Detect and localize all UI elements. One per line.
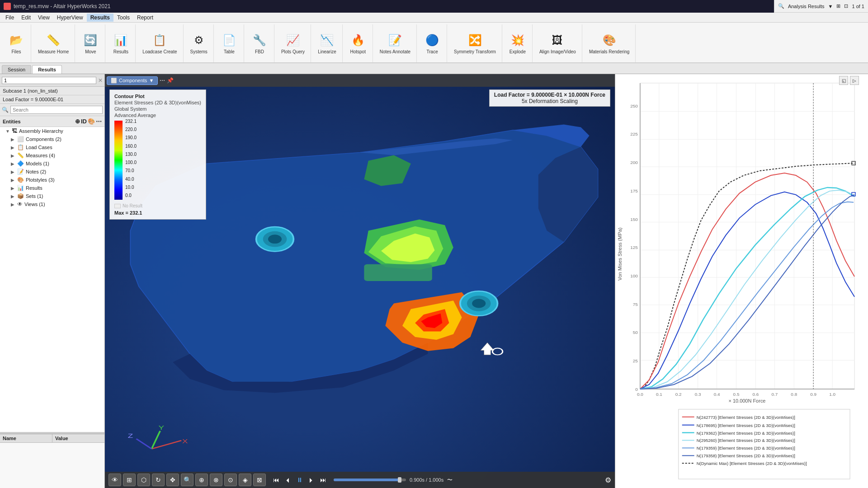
view-btn-8[interactable]: ⊗ <box>210 474 222 486</box>
tree-icon: 🏗 <box>12 128 17 134</box>
waveform-icon[interactable]: 〜 <box>447 476 453 484</box>
components-btn[interactable]: ⬜ Components ▼ <box>107 76 158 85</box>
tree-item-notes-(2)[interactable]: ▶📝Notes (2) <box>0 168 104 176</box>
ribbon-label-0: Systems <box>190 49 208 55</box>
view-btn-3[interactable]: ⬡ <box>137 474 150 486</box>
ribbon-btn-notes-annotate[interactable]: 📝Notes Annotate <box>377 31 413 56</box>
entities-action-2[interactable]: ID <box>81 118 87 125</box>
tree-item-results[interactable]: ▶📊Results <box>0 184 104 192</box>
vp-more-icon[interactable]: ⋯ <box>160 77 165 84</box>
view-btn-5[interactable]: ✥ <box>166 474 179 486</box>
settings-button[interactable]: ⚙ <box>605 476 611 484</box>
view-btn-2[interactable]: ⊞ <box>123 474 136 486</box>
analysis-dropdown-icon[interactable]: ▼ <box>828 4 833 9</box>
entities-action-4[interactable]: ⋯ <box>96 118 102 125</box>
components-dropdown-icon[interactable]: ▼ <box>149 78 154 83</box>
view-btn-11[interactable]: ⊠ <box>253 474 266 486</box>
ribbon-btn-files[interactable]: 📂Files <box>5 31 27 56</box>
properties-area: Name Value <box>0 434 104 488</box>
view-btn-6[interactable]: 🔍 <box>181 474 193 486</box>
ribbon-group-6: 📄Table <box>215 24 244 62</box>
view-icon-1[interactable]: ⊞ <box>836 3 840 9</box>
play-begin[interactable]: ⏮ <box>271 475 281 485</box>
menu-item-view[interactable]: View <box>34 14 53 22</box>
contour-method: Advanced Average <box>114 113 201 118</box>
chart-ctrl-2[interactable]: ▷ <box>850 76 859 85</box>
tree-label: Assembly Hierarchy <box>19 128 63 134</box>
tree-item-components-(2)[interactable]: ▶⬜Components (2) <box>0 135 104 143</box>
svg-text:1.0: 1.0 <box>829 392 835 397</box>
ribbon-btn-systems[interactable]: ⚙Systems <box>188 31 210 56</box>
tab-results[interactable]: Results <box>32 65 62 74</box>
menu-item-results[interactable]: Results <box>87 14 113 22</box>
view-btn-1[interactable]: 👁 <box>108 474 121 486</box>
components-label: Components <box>119 78 147 83</box>
ribbon-group-8: 📈Plots Query <box>275 24 311 62</box>
tree-item-views-(1)[interactable]: ▶👁Views (1) <box>0 200 104 208</box>
analysis-results-label: Analysis Results <box>788 4 825 9</box>
tree-item-load-cases[interactable]: ▶📋Load Cases <box>0 143 104 151</box>
view-btn-4[interactable]: ↻ <box>152 474 165 486</box>
ribbon-btn-table[interactable]: 📄Table <box>218 31 240 56</box>
tree-item-measures-(4)[interactable]: ▶📏Measures (4) <box>0 151 104 160</box>
play-next[interactable]: ⏵ <box>307 475 316 485</box>
entities-action-1[interactable]: ⊕ <box>75 118 80 125</box>
ribbon-btn-results[interactable]: 📊Results <box>110 31 132 56</box>
tree-item-sets-(1)[interactable]: ▶📦Sets (1) <box>0 192 104 200</box>
tree-item-assembly-hierarchy[interactable]: ▼🏗Assembly Hierarchy <box>0 127 104 135</box>
ribbon-btn-move[interactable]: 🔄Move <box>80 31 101 56</box>
tree-item-plotstyles-(3)[interactable]: ▶🎨Plotstyles (3) <box>0 176 104 184</box>
legend-val-1: 220.0 <box>125 127 137 132</box>
ribbon-group-7: 🔧FBD <box>245 24 274 62</box>
tree-expander: ▶ <box>11 194 15 199</box>
ribbon-btn-fbd[interactable]: 🔧FBD <box>249 31 270 56</box>
svg-text:0.3: 0.3 <box>695 392 701 397</box>
timeline-slider[interactable] <box>334 479 406 481</box>
view-btn-9[interactable]: ⊙ <box>224 474 237 486</box>
tree-label: Sets (1) <box>26 193 43 199</box>
search-input[interactable] <box>10 106 103 114</box>
ribbon-btn-symmetry-transform[interactable]: 🔀Symmetry Transform <box>452 31 498 56</box>
menu-item-hyperview[interactable]: HyperView <box>53 14 87 22</box>
tabs-bar: SessionResults <box>0 63 868 74</box>
ribbon-btn-measure-home[interactable]: 📏Measure Home <box>36 31 71 56</box>
max-label: Max = 232.1 <box>114 210 201 216</box>
tree-item-models-(1)[interactable]: ▶🔷Models (1) <box>0 160 104 168</box>
tab-session[interactable]: Session <box>2 65 31 74</box>
ribbon-btn-linearize[interactable]: 📉Linearize <box>316 31 339 56</box>
svg-text:0.8: 0.8 <box>791 392 797 397</box>
legend-val-5: 100.0 <box>125 160 137 165</box>
contour-subtitle2: Global System <box>114 106 201 112</box>
play-end[interactable]: ⏭ <box>318 475 328 485</box>
menu-item-edit[interactable]: Edit <box>18 14 34 22</box>
ribbon-icon-0: 📋 <box>151 32 168 48</box>
ribbon-btn-trace[interactable]: 🔵Trace <box>421 31 443 56</box>
vp-pin-icon[interactable]: 📌 <box>167 77 174 84</box>
menu-item-tools[interactable]: Tools <box>113 14 133 22</box>
contour-legend: Contour Plot Element Stresses (2D & 3D)(… <box>109 89 206 220</box>
subcase-input[interactable] <box>2 77 96 84</box>
no-result-swatch <box>114 204 121 208</box>
tree-icon: 📏 <box>17 152 24 159</box>
play-pause[interactable]: ⏸ <box>295 475 305 485</box>
ribbon-btn-align-image/video[interactable]: 🖼Align Image/Video <box>537 31 578 56</box>
ribbon-icon-0: 🔄 <box>82 32 99 48</box>
ribbon-group-5: ⚙Systems <box>184 24 214 62</box>
play-prev[interactable]: ⏴ <box>283 475 293 485</box>
view-icon-2[interactable]: ⊡ <box>844 3 848 9</box>
legend-val-2: 190.0 <box>125 135 137 140</box>
chart-panel: ◱ ▷ <box>615 74 868 488</box>
entities-toolbar: ⊕ ID 🎨 ⋯ <box>75 118 102 125</box>
menu-item-file[interactable]: File <box>2 14 18 22</box>
menu-item-report[interactable]: Report <box>133 14 157 22</box>
ribbon-btn-materials-rendering[interactable]: 🎨Materials Rendering <box>587 31 632 56</box>
ribbon-btn-hotspot[interactable]: 🔥Hotspot <box>347 31 369 56</box>
ribbon-btn-explode[interactable]: 💥Explode <box>507 31 528 56</box>
view-btn-10[interactable]: ◈ <box>239 474 251 486</box>
view-btn-7[interactable]: ⊕ <box>195 474 208 486</box>
legend-rows: 232.1 220.0 190.0 160.0 130.0 100.0 70.0… <box>114 119 201 202</box>
entities-action-3[interactable]: 🎨 <box>88 118 95 125</box>
ribbon-btn-plots-query[interactable]: 📈Plots Query <box>279 31 307 56</box>
ribbon-btn-loadcase-create[interactable]: 📋Loadcase Create <box>140 31 179 56</box>
chart-ctrl-1[interactable]: ◱ <box>839 76 848 85</box>
